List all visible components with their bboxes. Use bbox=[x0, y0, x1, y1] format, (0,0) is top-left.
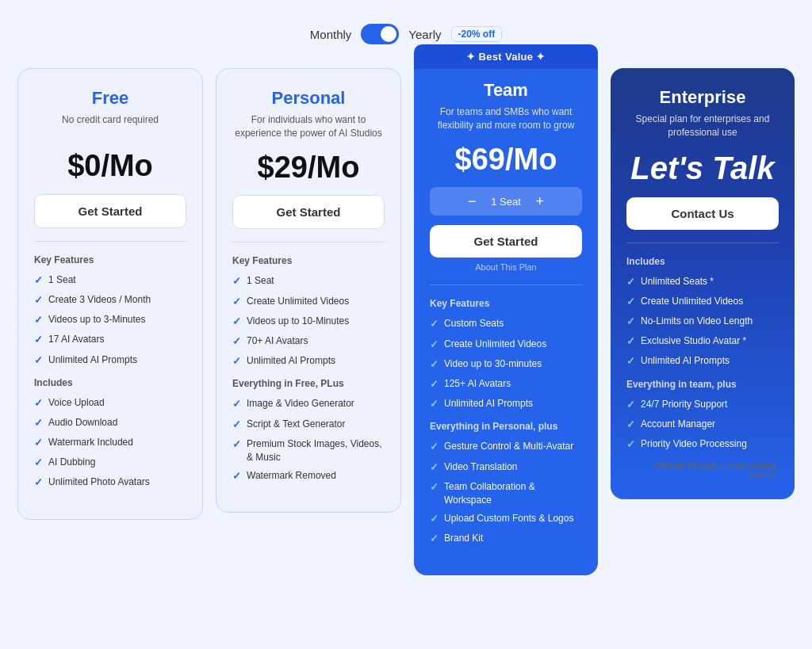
list-item: ✓No-Limits on Video Length bbox=[626, 315, 779, 329]
team-plan-price: $69/Mo bbox=[430, 143, 582, 177]
list-item: ✓Team Collaboration & Workspace bbox=[430, 480, 582, 507]
personal-plan-card: Personal For individuals who want to exp… bbox=[216, 68, 401, 513]
check-icon: ✓ bbox=[34, 416, 43, 430]
check-icon: ✓ bbox=[430, 317, 439, 331]
list-item: ✓Video up to 30-minutes bbox=[430, 357, 582, 372]
list-item: ✓Account Manager bbox=[626, 418, 779, 432]
check-icon: ✓ bbox=[430, 480, 439, 494]
list-item: ✓Brand Kit bbox=[430, 532, 582, 546]
list-item: ✓Watermark Removed bbox=[232, 469, 385, 483]
check-icon: ✓ bbox=[34, 293, 43, 307]
list-item: ✓Script & Text Generator bbox=[232, 418, 385, 432]
enterprise-includes-title: Includes bbox=[626, 256, 779, 267]
personal-cta-button[interactable]: Get Started bbox=[232, 195, 385, 229]
discount-badge: -20% off bbox=[451, 26, 503, 42]
enterprise-footnote: *Offered through custom pricing options bbox=[626, 461, 779, 480]
list-item: ✓Premium Stock Images, Videos, & Music bbox=[232, 437, 385, 464]
list-item: ✓Exclusive Studio Avatar * bbox=[626, 334, 779, 349]
check-icon: ✓ bbox=[232, 437, 241, 452]
yearly-label: Yearly bbox=[408, 28, 441, 41]
check-icon: ✓ bbox=[430, 338, 439, 352]
list-item: ✓1 Seat bbox=[232, 274, 385, 288]
seat-selector: − 1 Seat + bbox=[430, 187, 582, 216]
check-icon: ✓ bbox=[34, 436, 43, 450]
team-divider bbox=[430, 284, 582, 285]
free-plan-card: Free No credit card required $0/Mo Get S… bbox=[17, 68, 203, 520]
free-divider bbox=[34, 241, 186, 242]
enterprise-lets-talk: Let's Talk bbox=[626, 151, 779, 186]
list-item: ✓70+ AI Avatars bbox=[232, 334, 385, 349]
best-value-banner: ✦ Best Value ✦ bbox=[414, 44, 598, 69]
list-item: ✓Watermark Included bbox=[34, 436, 186, 450]
check-icon: ✓ bbox=[626, 398, 635, 412]
check-icon: ✓ bbox=[34, 396, 43, 410]
team-plan-name: Team bbox=[430, 80, 582, 101]
check-icon: ✓ bbox=[626, 315, 635, 329]
list-item: ✓Priority Video Processing bbox=[626, 437, 779, 452]
team-plan-card: ✦ Best Value ✦ Team For teams and SMBs w… bbox=[414, 44, 598, 575]
list-item: ✓AI Dubbing bbox=[34, 456, 186, 470]
billing-toggle: Monthly Yearly -20% off bbox=[310, 24, 502, 44]
check-icon: ✓ bbox=[232, 295, 241, 309]
list-item: ✓Video Translation bbox=[430, 460, 582, 475]
list-item: ✓Unlimited AI Prompts bbox=[430, 397, 582, 411]
list-item: ✓Audio Download bbox=[34, 416, 186, 430]
check-icon: ✓ bbox=[430, 357, 439, 372]
personal-extras-title: Everything in Free, PLus bbox=[232, 378, 385, 389]
free-cta-button[interactable]: Get Started bbox=[34, 194, 186, 228]
list-item: ✓Custom Seats bbox=[430, 317, 582, 331]
enterprise-plan-card: Enterprise Special plan for enterprises … bbox=[611, 68, 795, 499]
check-icon: ✓ bbox=[34, 353, 43, 368]
free-plan-price: $0/Mo bbox=[34, 150, 186, 183]
check-icon: ✓ bbox=[232, 274, 241, 288]
list-item: ✓Voice Upload bbox=[34, 396, 186, 410]
list-item: ✓17 AI Avatars bbox=[34, 333, 186, 347]
team-extras-list: ✓Gesture Control & Multi-Avatar ✓Video T… bbox=[430, 440, 582, 546]
check-icon: ✓ bbox=[34, 475, 43, 490]
list-item: ✓Unlimited AI Prompts bbox=[626, 354, 779, 368]
team-key-features-list: ✓Custom Seats ✓Create Unlimited Videos ✓… bbox=[430, 317, 582, 411]
check-icon: ✓ bbox=[430, 532, 439, 546]
check-icon: ✓ bbox=[626, 275, 635, 289]
team-plan-desc: For teams and SMBs who want flexibility … bbox=[430, 105, 582, 132]
check-icon: ✓ bbox=[34, 333, 43, 347]
billing-toggle-switch[interactable] bbox=[361, 24, 399, 44]
free-plan-desc: No credit card required bbox=[34, 113, 186, 139]
enterprise-extras-list: ✓24/7 Priority Support ✓Account Manager … bbox=[626, 398, 779, 452]
check-icon: ✓ bbox=[626, 354, 635, 368]
check-icon: ✓ bbox=[430, 512, 439, 526]
seat-increment-button[interactable]: + bbox=[530, 192, 550, 211]
seat-decrement-button[interactable]: − bbox=[462, 192, 481, 211]
personal-key-features-list: ✓1 Seat ✓Create Unlimited Videos ✓Videos… bbox=[232, 274, 385, 368]
about-plan-link[interactable]: About This Plan bbox=[430, 262, 582, 272]
list-item: ✓Videos up to 10-Minutes bbox=[232, 315, 385, 329]
check-icon: ✓ bbox=[232, 315, 241, 329]
personal-plan-price: $29/Mo bbox=[232, 151, 385, 185]
enterprise-cta-button[interactable]: Contact Us bbox=[626, 197, 779, 230]
check-icon: ✓ bbox=[232, 469, 241, 483]
check-icon: ✓ bbox=[430, 460, 439, 475]
personal-key-features-title: Key Features bbox=[232, 255, 385, 266]
team-key-features-title: Key Features bbox=[430, 298, 582, 309]
personal-divider bbox=[232, 242, 385, 242]
list-item: ✓24/7 Priority Support bbox=[626, 398, 779, 412]
monthly-label: Monthly bbox=[310, 28, 352, 41]
enterprise-extras-title: Everything in team, plus bbox=[626, 379, 779, 390]
check-icon: ✓ bbox=[34, 273, 43, 288]
free-includes-title: Includes bbox=[34, 377, 186, 388]
list-item: ✓Create 3 Videos / Month bbox=[34, 293, 186, 307]
list-item: ✓Videos up to 3-Minutes bbox=[34, 313, 186, 327]
list-item: ✓Upload Custom Fonts & Logos bbox=[430, 512, 582, 526]
team-cta-button[interactable]: Get Started bbox=[430, 225, 582, 258]
check-icon: ✓ bbox=[430, 377, 439, 391]
enterprise-includes-list: ✓Unlimited Seats * ✓Create Unlimited Vid… bbox=[626, 275, 779, 369]
check-icon: ✓ bbox=[626, 334, 635, 349]
list-item: ✓Unlimited AI Prompts bbox=[34, 353, 186, 368]
personal-extras-list: ✓Image & Video Generator ✓Script & Text … bbox=[232, 397, 385, 483]
list-item: ✓Unlimited Photo Avatars bbox=[34, 475, 186, 490]
personal-plan-desc: For individuals who want to experience t… bbox=[232, 113, 385, 140]
personal-plan-name: Personal bbox=[232, 88, 385, 109]
list-item: ✓Unlimited AI Prompts bbox=[232, 354, 385, 368]
list-item: ✓Create Unlimited Videos bbox=[626, 295, 779, 309]
list-item: ✓Create Unlimited Videos bbox=[430, 338, 582, 352]
